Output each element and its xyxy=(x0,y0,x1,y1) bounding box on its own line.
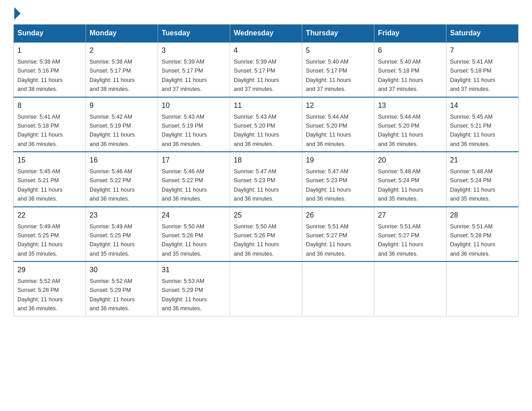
day-info: Sunrise: 5:49 AMSunset: 5:25 PMDaylight:… xyxy=(17,223,63,257)
day-info: Sunrise: 5:45 AMSunset: 5:21 PMDaylight:… xyxy=(450,114,495,147)
day-of-week-header: Friday xyxy=(374,25,446,43)
day-info: Sunrise: 5:51 AMSunset: 5:28 PMDaylight:… xyxy=(450,223,495,257)
calendar-day-cell: 30 Sunrise: 5:52 AMSunset: 5:29 PMDaylig… xyxy=(86,261,158,316)
day-of-week-header: Tuesday xyxy=(158,25,230,43)
day-number: 1 xyxy=(17,45,82,56)
day-info: Sunrise: 5:39 AMSunset: 5:17 PMDaylight:… xyxy=(162,59,207,92)
day-number: 27 xyxy=(378,210,442,221)
day-info: Sunrise: 5:41 AMSunset: 5:18 PMDaylight:… xyxy=(17,114,63,147)
calendar-day-cell: 6 Sunrise: 5:40 AMSunset: 5:18 PMDayligh… xyxy=(374,42,446,97)
day-number: 23 xyxy=(90,210,154,221)
day-info: Sunrise: 5:48 AMSunset: 5:24 PMDaylight:… xyxy=(450,168,495,202)
day-number: 8 xyxy=(17,100,82,111)
day-number: 22 xyxy=(17,210,82,221)
calendar-week-row: 15 Sunrise: 5:45 AMSunset: 5:21 PMDaylig… xyxy=(14,152,519,207)
calendar-day-cell: 15 Sunrise: 5:45 AMSunset: 5:21 PMDaylig… xyxy=(14,152,86,207)
day-info: Sunrise: 5:51 AMSunset: 5:27 PMDaylight:… xyxy=(378,223,423,257)
day-of-week-header: Wednesday xyxy=(230,25,302,43)
calendar-day-cell: 27 Sunrise: 5:51 AMSunset: 5:27 PMDaylig… xyxy=(374,207,446,262)
day-info: Sunrise: 5:43 AMSunset: 5:20 PMDaylight:… xyxy=(234,114,279,147)
day-info: Sunrise: 5:48 AMSunset: 5:24 PMDaylight:… xyxy=(378,168,423,202)
calendar-day-cell: 18 Sunrise: 5:47 AMSunset: 5:23 PMDaylig… xyxy=(230,152,302,207)
day-number: 21 xyxy=(450,155,515,166)
calendar-day-cell: 16 Sunrise: 5:46 AMSunset: 5:22 PMDaylig… xyxy=(86,152,158,207)
day-info: Sunrise: 5:44 AMSunset: 5:20 PMDaylight:… xyxy=(306,114,351,147)
calendar-day-cell: 23 Sunrise: 5:49 AMSunset: 5:25 PMDaylig… xyxy=(86,207,158,262)
day-info: Sunrise: 5:40 AMSunset: 5:18 PMDaylight:… xyxy=(378,59,423,92)
calendar-day-cell: 12 Sunrise: 5:44 AMSunset: 5:20 PMDaylig… xyxy=(302,97,374,152)
calendar-day-cell: 31 Sunrise: 5:53 AMSunset: 5:29 PMDaylig… xyxy=(158,261,230,316)
day-info: Sunrise: 5:52 AMSunset: 5:29 PMDaylight:… xyxy=(90,278,135,312)
day-number: 12 xyxy=(306,100,370,111)
calendar-day-cell: 21 Sunrise: 5:48 AMSunset: 5:24 PMDaylig… xyxy=(446,152,519,207)
day-number: 26 xyxy=(306,210,370,221)
calendar-day-cell xyxy=(374,261,446,316)
day-info: Sunrise: 5:53 AMSunset: 5:29 PMDaylight:… xyxy=(162,278,207,312)
day-of-week-header: Saturday xyxy=(446,25,519,43)
day-info: Sunrise: 5:43 AMSunset: 5:19 PMDaylight:… xyxy=(162,114,207,147)
calendar-day-cell: 22 Sunrise: 5:49 AMSunset: 5:25 PMDaylig… xyxy=(14,207,86,262)
calendar-day-cell: 26 Sunrise: 5:51 AMSunset: 5:27 PMDaylig… xyxy=(302,207,374,262)
calendar-day-cell: 19 Sunrise: 5:47 AMSunset: 5:23 PMDaylig… xyxy=(302,152,374,207)
calendar-day-cell: 28 Sunrise: 5:51 AMSunset: 5:28 PMDaylig… xyxy=(446,207,519,262)
calendar-day-cell: 8 Sunrise: 5:41 AMSunset: 5:18 PMDayligh… xyxy=(14,97,86,152)
calendar-day-cell: 4 Sunrise: 5:39 AMSunset: 5:17 PMDayligh… xyxy=(230,42,302,97)
calendar-week-row: 29 Sunrise: 5:52 AMSunset: 5:28 PMDaylig… xyxy=(14,261,519,316)
day-number: 31 xyxy=(162,265,226,275)
calendar-week-row: 22 Sunrise: 5:49 AMSunset: 5:25 PMDaylig… xyxy=(14,207,519,262)
day-info: Sunrise: 5:51 AMSunset: 5:27 PMDaylight:… xyxy=(306,223,351,257)
day-number: 29 xyxy=(17,265,82,275)
day-number: 17 xyxy=(162,155,226,166)
calendar-week-row: 1 Sunrise: 5:38 AMSunset: 5:16 PMDayligh… xyxy=(14,42,519,97)
calendar-day-cell xyxy=(302,261,374,316)
day-of-week-header: Sunday xyxy=(14,25,86,43)
day-number: 16 xyxy=(90,155,154,166)
day-info: Sunrise: 5:47 AMSunset: 5:23 PMDaylight:… xyxy=(234,168,279,202)
day-number: 4 xyxy=(234,45,298,56)
calendar-day-cell xyxy=(230,261,302,316)
day-number: 3 xyxy=(162,45,226,56)
calendar-day-cell: 7 Sunrise: 5:41 AMSunset: 5:18 PMDayligh… xyxy=(446,42,519,97)
calendar-week-row: 8 Sunrise: 5:41 AMSunset: 5:18 PMDayligh… xyxy=(14,97,519,152)
day-info: Sunrise: 5:47 AMSunset: 5:23 PMDaylight:… xyxy=(306,168,351,202)
calendar-day-cell: 9 Sunrise: 5:42 AMSunset: 5:19 PMDayligh… xyxy=(86,97,158,152)
day-number: 15 xyxy=(17,155,82,166)
day-info: Sunrise: 5:38 AMSunset: 5:16 PMDaylight:… xyxy=(17,59,63,92)
day-info: Sunrise: 5:44 AMSunset: 5:20 PMDaylight:… xyxy=(378,114,423,147)
day-of-week-header: Thursday xyxy=(302,25,374,43)
day-info: Sunrise: 5:41 AMSunset: 5:18 PMDaylight:… xyxy=(450,59,495,92)
day-info: Sunrise: 5:50 AMSunset: 5:26 PMDaylight:… xyxy=(162,223,207,257)
calendar-day-cell: 17 Sunrise: 5:46 AMSunset: 5:22 PMDaylig… xyxy=(158,152,230,207)
calendar-day-cell: 3 Sunrise: 5:39 AMSunset: 5:17 PMDayligh… xyxy=(158,42,230,97)
calendar-day-cell: 20 Sunrise: 5:48 AMSunset: 5:24 PMDaylig… xyxy=(374,152,446,207)
calendar-day-cell: 24 Sunrise: 5:50 AMSunset: 5:26 PMDaylig… xyxy=(158,207,230,262)
day-info: Sunrise: 5:46 AMSunset: 5:22 PMDaylight:… xyxy=(90,168,135,202)
day-info: Sunrise: 5:50 AMSunset: 5:26 PMDaylight:… xyxy=(234,223,279,257)
logo xyxy=(13,9,21,20)
day-number: 28 xyxy=(450,210,515,221)
day-number: 10 xyxy=(162,100,226,111)
calendar-day-cell: 11 Sunrise: 5:43 AMSunset: 5:20 PMDaylig… xyxy=(230,97,302,152)
calendar-day-cell: 2 Sunrise: 5:38 AMSunset: 5:17 PMDayligh… xyxy=(86,42,158,97)
day-info: Sunrise: 5:45 AMSunset: 5:21 PMDaylight:… xyxy=(17,168,63,202)
calendar-day-cell xyxy=(446,261,519,316)
calendar-header-row: SundayMondayTuesdayWednesdayThursdayFrid… xyxy=(14,25,519,43)
day-number: 11 xyxy=(234,100,298,111)
day-info: Sunrise: 5:52 AMSunset: 5:28 PMDaylight:… xyxy=(17,278,63,312)
day-number: 2 xyxy=(90,45,154,56)
day-number: 20 xyxy=(378,155,442,166)
day-number: 13 xyxy=(378,100,442,111)
day-number: 19 xyxy=(306,155,370,166)
calendar-day-cell: 14 Sunrise: 5:45 AMSunset: 5:21 PMDaylig… xyxy=(446,97,519,152)
day-info: Sunrise: 5:46 AMSunset: 5:22 PMDaylight:… xyxy=(162,168,207,202)
logo-arrow-icon xyxy=(14,7,21,20)
day-number: 6 xyxy=(378,45,442,56)
calendar-day-cell: 25 Sunrise: 5:50 AMSunset: 5:26 PMDaylig… xyxy=(230,207,302,262)
day-number: 30 xyxy=(90,265,154,275)
day-info: Sunrise: 5:49 AMSunset: 5:25 PMDaylight:… xyxy=(90,223,135,257)
day-number: 5 xyxy=(306,45,370,56)
day-number: 7 xyxy=(450,45,515,56)
calendar-day-cell: 5 Sunrise: 5:40 AMSunset: 5:17 PMDayligh… xyxy=(302,42,374,97)
day-info: Sunrise: 5:38 AMSunset: 5:17 PMDaylight:… xyxy=(90,59,135,92)
day-of-week-header: Monday xyxy=(86,25,158,43)
